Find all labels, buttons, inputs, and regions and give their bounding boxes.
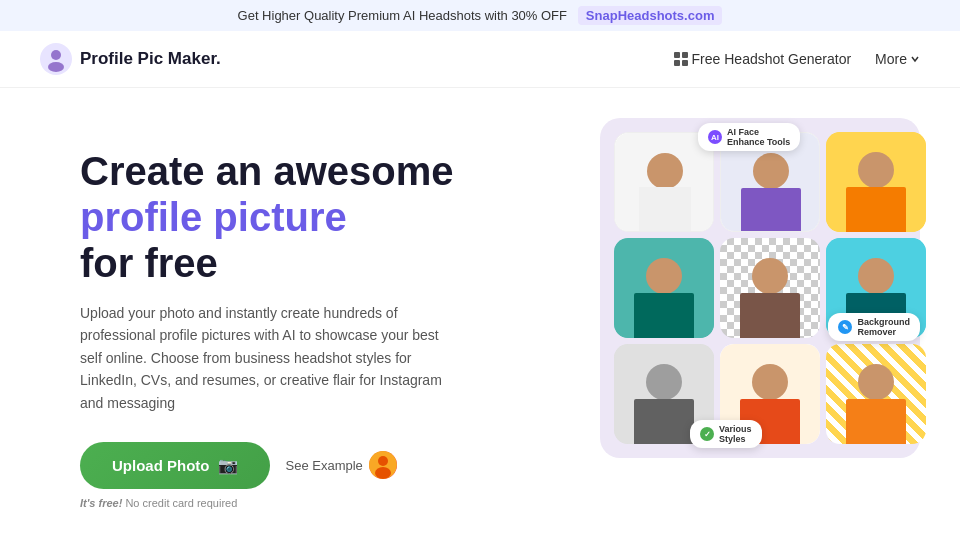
svg-rect-22 xyxy=(634,293,694,338)
svg-point-8 xyxy=(378,456,388,466)
svg-point-26 xyxy=(858,258,894,294)
hero-title-line1: Create an awesome xyxy=(80,149,454,193)
bg-badge-icon: ✎ xyxy=(838,320,852,334)
svg-point-11 xyxy=(647,153,683,189)
vs-badge-icon: ✓ xyxy=(700,427,714,441)
svg-rect-24 xyxy=(740,293,800,338)
svg-point-2 xyxy=(48,62,64,72)
top-banner: Get Higher Quality Premium AI Headshots … xyxy=(0,0,960,31)
svg-rect-13 xyxy=(639,187,691,232)
chevron-down-icon xyxy=(910,54,920,64)
hero-description: Upload your photo and instantly create h… xyxy=(80,302,460,414)
cta-row: Upload Photo 📷 See Example xyxy=(80,442,560,489)
logo-text: Profile Pic Maker. xyxy=(80,49,221,69)
logo-icon xyxy=(40,43,72,75)
upload-icon: 📷 xyxy=(218,456,238,475)
collage-cell-3 xyxy=(826,132,926,232)
svg-rect-5 xyxy=(674,60,680,66)
svg-rect-3 xyxy=(674,52,680,58)
no-card-text: No credit card required xyxy=(125,497,237,509)
stats-section: 510,279,450 profile pictures already cre… xyxy=(0,529,960,540)
grid-icon xyxy=(674,52,688,66)
svg-point-32 xyxy=(752,364,788,400)
collage-cell-4 xyxy=(614,238,714,338)
svg-point-15 xyxy=(753,153,789,189)
svg-point-21 xyxy=(646,258,682,294)
collage-wrapper: AI AI Face Enhance Tools ✎ Background Re… xyxy=(600,118,920,458)
hero-title-line2: profile picture xyxy=(80,195,347,239)
svg-point-9 xyxy=(375,467,391,479)
upload-photo-button[interactable]: Upload Photo 📷 xyxy=(80,442,270,489)
upload-btn-label: Upload Photo xyxy=(112,457,210,474)
see-example-link[interactable]: See Example xyxy=(286,451,397,479)
free-note: It's free! No credit card required xyxy=(80,497,560,509)
svg-point-1 xyxy=(51,50,61,60)
svg-rect-19 xyxy=(846,187,906,232)
svg-point-34 xyxy=(858,364,894,400)
hero-title-line3: for free xyxy=(80,241,218,285)
hero-title: Create an awesome profile picture for fr… xyxy=(80,148,560,286)
ai-badge-text: AI Face Enhance Tools xyxy=(727,127,790,147)
collage-cell-9 xyxy=(826,344,926,444)
free-headshot-link[interactable]: Free Headshot Generator xyxy=(674,51,852,67)
more-button[interactable]: More xyxy=(875,51,920,67)
collage-cell-5 xyxy=(720,238,820,338)
hero-text: Create an awesome profile picture for fr… xyxy=(80,128,560,509)
vs-badge-text: Various Styles xyxy=(719,424,752,444)
bg-remover-badge: ✎ Background Remover xyxy=(828,313,920,341)
navbar: Profile Pic Maker. Free Headshot Generat… xyxy=(0,31,960,88)
see-example-label: See Example xyxy=(286,458,363,473)
hero-collage: AI AI Face Enhance Tools ✎ Background Re… xyxy=(600,118,920,438)
collage-grid xyxy=(614,132,906,444)
ai-badge: AI AI Face Enhance Tools xyxy=(698,123,800,151)
logo[interactable]: Profile Pic Maker. xyxy=(40,43,221,75)
svg-rect-16 xyxy=(741,188,801,232)
bg-badge-text: Background Remover xyxy=(857,317,910,337)
svg-rect-6 xyxy=(682,60,688,66)
various-styles-badge: ✓ Various Styles xyxy=(690,420,762,448)
collage-cell-1 xyxy=(614,132,714,232)
banner-link[interactable]: SnapHeadshots.com xyxy=(578,6,723,25)
svg-rect-4 xyxy=(682,52,688,58)
example-avatar xyxy=(369,451,397,479)
svg-point-29 xyxy=(646,364,682,400)
nav-right: Free Headshot Generator More xyxy=(674,51,920,67)
banner-text: Get Higher Quality Premium AI Headshots … xyxy=(238,8,567,23)
svg-rect-35 xyxy=(846,399,906,444)
hero-section: Create an awesome profile picture for fr… xyxy=(0,88,960,529)
svg-point-18 xyxy=(858,152,894,188)
ai-badge-icon: AI xyxy=(708,130,722,144)
svg-rect-30 xyxy=(634,399,694,444)
svg-point-23 xyxy=(752,258,788,294)
free-headshot-label: Free Headshot Generator xyxy=(692,51,852,67)
more-label: More xyxy=(875,51,907,67)
